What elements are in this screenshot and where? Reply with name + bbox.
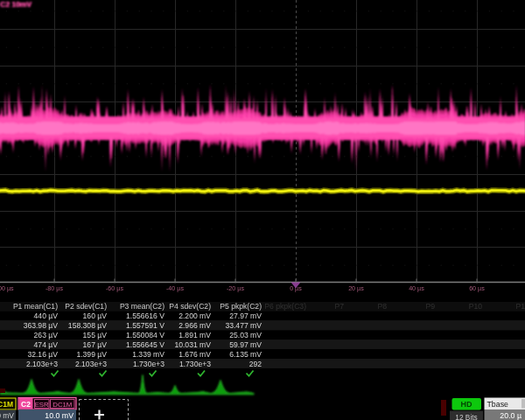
svg-text:P6 pkpk(C3): P6 pkpk(C3) bbox=[264, 302, 306, 311]
svg-text:27.97 mV: 27.97 mV bbox=[229, 312, 262, 320]
svg-text:DC1M: DC1M bbox=[52, 401, 72, 409]
svg-text:40 µs: 40 µs bbox=[409, 284, 424, 292]
svg-text:C2: C2 bbox=[21, 400, 31, 409]
svg-text:263 µV: 263 µV bbox=[34, 331, 59, 340]
svg-text:10.031 mV: 10.031 mV bbox=[174, 340, 211, 349]
svg-text:2.200 mV: 2.200 mV bbox=[178, 312, 211, 320]
svg-text:158.308 µV: 158.308 µV bbox=[68, 321, 107, 330]
svg-text:6.135 mV: 6.135 mV bbox=[229, 350, 262, 359]
svg-text:33.477 mV: 33.477 mV bbox=[225, 321, 262, 330]
svg-text:1.557591 V: 1.557591 V bbox=[126, 321, 164, 330]
svg-text:ESR: ESR bbox=[35, 401, 49, 409]
svg-text:P1 mean(C1): P1 mean(C1) bbox=[13, 302, 58, 311]
svg-text:1.399 µV: 1.399 µV bbox=[76, 350, 107, 359]
svg-text:HD: HD bbox=[461, 400, 472, 409]
svg-text:474 µV: 474 µV bbox=[34, 340, 59, 349]
svg-text:P10: P10 bbox=[469, 302, 483, 311]
svg-text:12 Bits: 12 Bits bbox=[455, 413, 477, 420]
svg-text:20.0 µ: 20.0 µ bbox=[500, 411, 522, 420]
svg-text:1.556616 V: 1.556616 V bbox=[126, 312, 164, 320]
svg-text:P1: P1 bbox=[515, 302, 525, 311]
svg-text:60 µs: 60 µs bbox=[469, 284, 485, 292]
svg-text:160 µV: 160 µV bbox=[83, 312, 108, 320]
svg-text:2.103e+3: 2.103e+3 bbox=[26, 360, 58, 368]
svg-text:P4 sdev(C2): P4 sdev(C2) bbox=[169, 302, 211, 311]
svg-text:DC1M: DC1M bbox=[0, 400, 13, 409]
svg-text:440 µV: 440 µV bbox=[34, 312, 59, 320]
svg-text:1.676 mV: 1.676 mV bbox=[178, 350, 211, 359]
svg-text:59.97 mV: 59.97 mV bbox=[229, 340, 262, 349]
svg-text:-20 µs: -20 µs bbox=[227, 284, 245, 292]
svg-text:-60 µs: -60 µs bbox=[106, 284, 124, 292]
svg-text:C2 10mV: C2 10mV bbox=[1, 0, 32, 9]
svg-text:155 µV: 155 µV bbox=[83, 331, 108, 340]
svg-text:10.0 mV: 10.0 mV bbox=[45, 411, 74, 420]
svg-text:0 mV: 0 mV bbox=[0, 411, 14, 420]
svg-text:2.966 mV: 2.966 mV bbox=[178, 321, 211, 330]
svg-text:P8: P8 bbox=[377, 302, 387, 311]
svg-text:Tbase: Tbase bbox=[487, 400, 509, 409]
svg-text:P2 sdev(C1): P2 sdev(C1) bbox=[65, 302, 107, 311]
svg-text:1.730e+3: 1.730e+3 bbox=[179, 360, 211, 368]
svg-text:P5 pkpk(C2): P5 pkpk(C2) bbox=[220, 302, 262, 311]
svg-text:20 µs: 20 µs bbox=[348, 284, 364, 292]
svg-text:-40 µs: -40 µs bbox=[166, 284, 185, 292]
svg-text:25.03 mV: 25.03 mV bbox=[229, 331, 262, 340]
svg-text:-100 µs: -100 µs bbox=[0, 284, 14, 292]
svg-text:1.339 mV: 1.339 mV bbox=[132, 350, 164, 359]
svg-text:1.556645 V: 1.556645 V bbox=[126, 340, 164, 349]
svg-text:P9: P9 bbox=[425, 302, 435, 311]
svg-text:32.16 µV: 32.16 µV bbox=[27, 350, 58, 359]
svg-text:363.98 µV: 363.98 µV bbox=[24, 321, 59, 330]
svg-text:1.891 mV: 1.891 mV bbox=[178, 331, 211, 340]
svg-text:P7: P7 bbox=[334, 302, 344, 311]
svg-text:2.103e+3: 2.103e+3 bbox=[75, 360, 107, 368]
svg-text:1.550084 V: 1.550084 V bbox=[126, 331, 164, 340]
svg-text:167 µV: 167 µV bbox=[83, 340, 108, 349]
svg-text:1.730e+3: 1.730e+3 bbox=[133, 360, 164, 368]
svg-text:292: 292 bbox=[249, 360, 262, 368]
svg-text:P3 mean(C2): P3 mean(C2) bbox=[120, 302, 164, 311]
svg-text:-80 µs: -80 µs bbox=[46, 284, 64, 292]
